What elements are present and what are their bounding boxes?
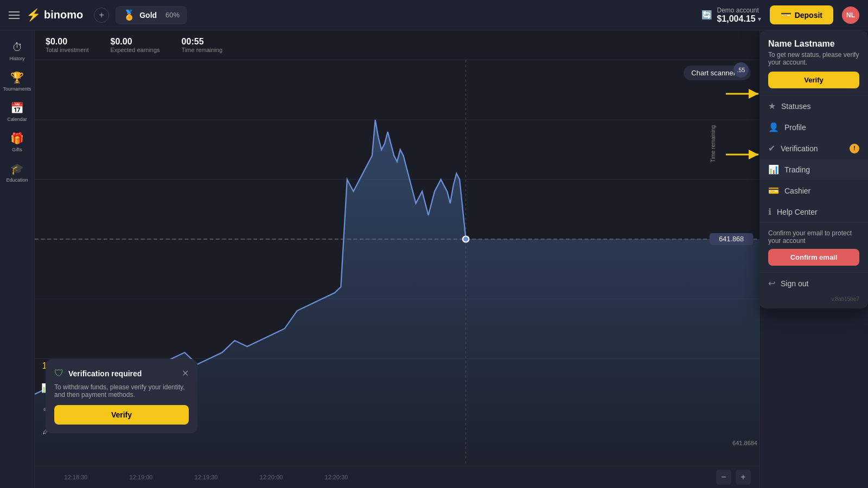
dropdown-item-help-center[interactable]: ℹ Help Center: [760, 201, 868, 222]
history-icon: ⏱: [12, 41, 23, 54]
profile-icon: 👤: [768, 122, 779, 132]
email-confirm-text: Confirm your email to protect your accou…: [768, 229, 859, 245]
demo-account-balance: $1,004.15: [717, 14, 755, 24]
sidebar-label-education: Education: [6, 177, 28, 183]
sidebar-label-gifts: Gifts: [12, 147, 22, 152]
left-sidebar: ⏱ History 🏆 Tournaments 📅 Calendar 🎁 Gif…: [0, 30, 35, 488]
stat-total-investment-label: Total investment: [46, 47, 88, 53]
app-version: v.8ab15be7: [760, 294, 868, 304]
arrow-2: [720, 146, 764, 165]
dropdown-item-trading[interactable]: 📊 Trading: [760, 159, 868, 180]
dropdown-user-name: Name Lastname: [768, 39, 859, 49]
hamburger-button[interactable]: [9, 11, 20, 19]
chart-area: Chart scanner .55 Time remaining: [35, 60, 760, 466]
dropdown-item-statuses-label: Statuses: [781, 102, 810, 111]
account-selector[interactable]: 🏅 Gold 60%: [116, 6, 187, 24]
trading-icon: 📊: [768, 164, 779, 175]
logo: ⚡ binomo: [26, 8, 83, 22]
demo-account-selector[interactable]: 🔄 Demo account $1,004.15 ▾: [701, 7, 761, 24]
logo-icon: ⚡: [26, 8, 41, 22]
statuses-icon: ★: [768, 101, 776, 111]
dropdown-header: Name Lastname To get new status, please …: [760, 39, 868, 95]
popup-header: 🛡 Verification required ✕: [54, 368, 189, 379]
stat-time-remaining-value: 00:55: [182, 37, 222, 47]
dropdown-item-cashier-label: Cashier: [784, 187, 810, 195]
shield-icon: 🛡: [54, 368, 64, 379]
gift-icon: 🎁: [10, 132, 24, 145]
sidebar-item-history[interactable]: ⏱ History: [3, 37, 31, 65]
sidebar-item-education[interactable]: 🎓 Education: [3, 158, 31, 187]
stat-expected-earnings-label: Expected earnings: [110, 47, 159, 53]
logo-text: binomo: [44, 9, 83, 21]
cashier-icon: 💳: [768, 185, 779, 196]
time-label-0: 12:18:30: [43, 474, 108, 480]
dropdown-item-statuses[interactable]: ★ Statuses: [760, 95, 868, 117]
dropdown-item-profile-label: Profile: [784, 123, 806, 132]
time-label-4: 12:20:30: [304, 474, 369, 480]
topbar-right: 🔄 Demo account $1,004.15 ▾ 💳 Deposit NL: [701, 5, 859, 24]
time-remaining-chart-label: Time remaining: [710, 125, 716, 163]
verification-icon: ✔: [768, 143, 775, 153]
chart-stats-bar: $0.00 Total investment $0.00 Expected ea…: [35, 30, 760, 60]
education-icon: 🎓: [10, 162, 24, 175]
deposit-icon: 💳: [781, 10, 792, 20]
popup-verify-button[interactable]: Verify: [54, 405, 189, 425]
dropdown-item-profile[interactable]: 👤 Profile: [760, 117, 868, 138]
chart-bottom-bar: 12:18:30 12:19:00 12:19:30 12:20:00 12:2…: [35, 466, 760, 488]
account-name: Gold: [139, 11, 157, 20]
verification-badge: !: [850, 144, 859, 153]
time-labels: 12:18:30 12:19:00 12:19:30 12:20:00 12:2…: [43, 474, 369, 480]
sidebar-item-tournaments[interactable]: 🏆 Tournaments: [3, 67, 31, 95]
add-account-button[interactable]: +: [94, 8, 109, 23]
chevron-down-icon: ▾: [758, 15, 761, 23]
svg-point-7: [463, 236, 469, 242]
stat-total-investment-value: $0.00: [46, 37, 88, 47]
zoom-out-button[interactable]: −: [716, 470, 731, 485]
sidebar-item-gifts[interactable]: 🎁 Gifts: [3, 128, 31, 156]
demo-account-label: Demo account: [717, 7, 761, 14]
trophy-icon: 🏆: [10, 71, 24, 84]
right-panel: Name Lastname To get new status, please …: [760, 30, 868, 488]
dropdown-item-verification-label: Verification: [781, 144, 818, 153]
refresh-icon: 🔄: [701, 10, 712, 20]
dropdown-verify-button[interactable]: Verify: [768, 72, 859, 88]
time-label-3: 12:20:00: [239, 474, 304, 480]
time-tooltip: .55: [733, 62, 749, 78]
verification-popup: 🛡 Verification required ✕ To withdraw fu…: [46, 359, 197, 433]
calendar-icon: 📅: [10, 101, 24, 114]
zoom-in-button[interactable]: +: [736, 470, 751, 485]
time-label-2: 12:19:30: [174, 474, 239, 480]
sidebar-label-calendar: Calendar: [7, 117, 27, 122]
confirm-email-button[interactable]: Confirm email: [768, 249, 859, 266]
stat-expected-earnings-value: $0.00: [110, 37, 159, 47]
zoom-controls: − +: [716, 470, 751, 485]
email-confirm-section: Confirm your email to protect your accou…: [760, 222, 868, 273]
user-dropdown-menu: Name Lastname To get new status, please …: [760, 30, 868, 309]
popup-description: To withdraw funds, please verify your id…: [54, 383, 189, 399]
topbar: ⚡ binomo + 🏅 Gold 60% 🔄 Demo account $1,…: [0, 0, 868, 30]
stat-expected-earnings: $0.00 Expected earnings: [110, 37, 159, 53]
deposit-label: Deposit: [795, 11, 822, 20]
help-center-icon: ℹ: [768, 207, 771, 217]
dropdown-verify-text: To get new status, please verify your ac…: [768, 51, 859, 66]
dropdown-item-verification[interactable]: ✔ Verification !: [760, 138, 868, 159]
popup-close-button[interactable]: ✕: [182, 368, 189, 378]
avatar-button[interactable]: NL: [842, 7, 859, 24]
dropdown-item-help-center-label: Help Center: [777, 208, 818, 216]
account-percentage: 60%: [165, 11, 180, 19]
stat-time-remaining: 00:55 Time remaining: [182, 37, 222, 53]
axis-price-label: 641.8684: [732, 440, 757, 446]
account-icon: 🏅: [123, 9, 135, 21]
chart-scanner-label: Chart scanner: [691, 69, 736, 77]
deposit-button[interactable]: 💳 Deposit: [770, 5, 833, 24]
sidebar-label-tournaments: Tournaments: [3, 86, 31, 92]
svg-text:641.868: 641.868: [719, 236, 744, 243]
sidebar-item-calendar[interactable]: 📅 Calendar: [3, 98, 31, 126]
dropdown-item-cashier[interactable]: 💳 Cashier: [760, 180, 868, 201]
popup-title: Verification required: [68, 369, 142, 378]
sign-out-button[interactable]: ↩ Sign out: [760, 273, 868, 294]
arrow-1: [720, 86, 764, 104]
signout-icon: ↩: [768, 278, 775, 288]
dropdown-item-trading-label: Trading: [784, 165, 810, 174]
sign-out-label: Sign out: [781, 279, 808, 288]
